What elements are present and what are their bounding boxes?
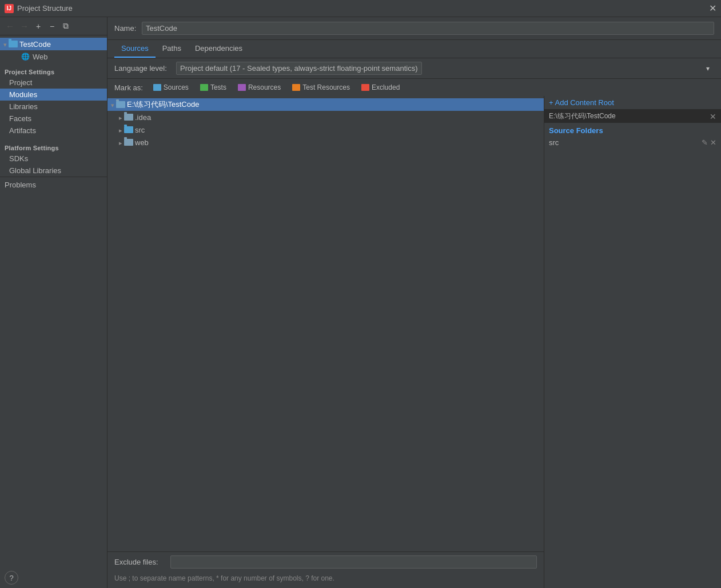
global-libraries-label: Global Libraries: [9, 166, 61, 175]
mark-resources-button[interactable]: Resources: [234, 82, 284, 93]
tab-dependencies[interactable]: Dependencies: [188, 40, 249, 58]
mark-tests-button[interactable]: Tests: [197, 82, 230, 93]
tree-web-row[interactable]: web: [107, 136, 544, 149]
source-folder-item-src: src ✎ ✕: [544, 137, 721, 148]
language-level-label: Language level:: [114, 64, 172, 73]
sidebar-item-problems[interactable]: Problems: [0, 177, 107, 193]
exclude-input[interactable]: [170, 555, 537, 569]
remove-button[interactable]: −: [46, 20, 58, 33]
mark-resources-label: Resources: [248, 83, 281, 91]
nav-toolbar: ← → + − ⧉: [0, 17, 107, 35]
help-area: ?: [0, 567, 107, 588]
mark-tests-label: Tests: [210, 83, 226, 91]
mark-excluded-label: Excluded: [372, 83, 400, 91]
language-level-wrapper: Project default (17 - Sealed types, alwa…: [176, 62, 714, 75]
close-button[interactable]: ✕: [709, 3, 716, 14]
libraries-label: Libraries: [9, 102, 38, 111]
name-input[interactable]: [142, 22, 714, 35]
app-icon: IJ: [5, 4, 14, 13]
sidebar-item-sdks[interactable]: SDKs: [0, 153, 107, 165]
modules-label: Modules: [9, 90, 37, 99]
source-panel: + Add Content Root E:\练习代码\TestCode ✕ So…: [544, 96, 721, 588]
exclude-row: Exclude files:: [107, 551, 544, 572]
source-folder-src-name: src: [549, 138, 559, 147]
sidebar: ← → + − ⧉ TestCode 🌐 Web Project Setting…: [0, 17, 107, 588]
facets-label: Facets: [9, 114, 31, 123]
tree-root-path: E:\练习代码\TestCode: [127, 99, 199, 110]
exclude-label: Exclude files:: [114, 558, 166, 566]
tab-sources[interactable]: Sources: [114, 40, 156, 58]
tree-node-testcode[interactable]: TestCode: [0, 38, 107, 50]
tab-paths-label: Paths: [162, 44, 181, 53]
testcode-folder-icon: [9, 41, 18, 47]
tab-dependencies-label: Dependencies: [195, 44, 242, 53]
source-folder-remove-button[interactable]: ✕: [710, 138, 716, 147]
sidebar-item-global-libraries[interactable]: Global Libraries: [0, 165, 107, 177]
dialog-title: Project Structure: [17, 4, 73, 13]
exclude-section: Exclude files: Use ; to separate name pa…: [107, 551, 544, 588]
module-tree: TestCode 🌐 Web: [0, 35, 107, 65]
mark-excluded-button[interactable]: Excluded: [358, 82, 403, 93]
expand-arrow-testcode[interactable]: [3, 40, 7, 49]
expand-arrow-web[interactable]: [119, 138, 122, 147]
tree-src-row[interactable]: src: [107, 123, 544, 136]
tree-idea-label: .idea: [135, 113, 151, 122]
artifacts-label: Artifacts: [9, 126, 36, 135]
web-folder-icon: [124, 139, 133, 146]
expand-arrow-src[interactable]: [119, 126, 122, 134]
tests-icon: [200, 84, 208, 91]
project-settings-label: Project Settings: [0, 65, 107, 77]
root-folder-icon: [116, 101, 125, 108]
sidebar-item-project[interactable]: Project: [0, 77, 107, 89]
mark-test-resources-label: Test Resources: [302, 83, 350, 91]
title-bar-left: IJ Project Structure: [5, 4, 73, 13]
tab-paths[interactable]: Paths: [156, 40, 188, 58]
tabs-bar: Sources Paths Dependencies: [107, 40, 721, 58]
tree-idea-row[interactable]: .idea: [107, 111, 544, 123]
tree-web-label: web: [135, 138, 149, 147]
tree-node-web-label: Web: [33, 53, 48, 61]
sidebar-item-artifacts[interactable]: Artifacts: [0, 125, 107, 137]
sources-icon: [153, 84, 161, 91]
content-body: E:\练习代码\TestCode .idea src: [107, 96, 721, 588]
main-layout: ← → + − ⧉ TestCode 🌐 Web Project Setting…: [0, 17, 721, 588]
sidebar-item-modules[interactable]: Modules: [0, 89, 107, 101]
source-panel-header: + Add Content Root: [544, 96, 721, 110]
expand-arrow-idea[interactable]: [119, 113, 122, 122]
project-label: Project: [9, 78, 32, 87]
help-button[interactable]: ?: [5, 571, 18, 585]
mark-as-row: Mark as: Sources Tests Resources Test Re…: [107, 79, 721, 96]
file-tree-panel: E:\练习代码\TestCode .idea src: [107, 96, 544, 588]
title-bar: IJ Project Structure ✕: [0, 0, 721, 17]
mark-test-resources-button[interactable]: Test Resources: [289, 82, 353, 93]
src-folder-icon: [124, 126, 133, 133]
tree-node-testcode-label: TestCode: [19, 40, 51, 49]
name-row: Name:: [107, 17, 721, 40]
web-icon: 🌐: [21, 53, 30, 61]
forward-button[interactable]: →: [18, 20, 31, 32]
problems-label: Problems: [5, 181, 36, 189]
expand-arrow-root[interactable]: [111, 101, 114, 109]
tree-node-web[interactable]: 🌐 Web: [0, 50, 107, 63]
source-folder-edit-button[interactable]: ✎: [702, 138, 708, 147]
sdks-label: SDKs: [9, 154, 28, 163]
add-content-root-button[interactable]: + Add Content Root: [549, 98, 614, 107]
sidebar-item-facets[interactable]: Facets: [0, 113, 107, 125]
source-folders-label: Source Folders: [544, 123, 721, 137]
tree-root-row[interactable]: E:\练习代码\TestCode: [107, 98, 544, 111]
language-level-row: Language level: Project default (17 - Se…: [107, 58, 721, 79]
language-level-select[interactable]: Project default (17 - Sealed types, alwa…: [176, 62, 422, 75]
source-panel-path-close[interactable]: ✕: [710, 112, 716, 121]
name-label: Name:: [114, 24, 137, 33]
tab-sources-label: Sources: [121, 44, 149, 53]
add-button[interactable]: +: [32, 20, 45, 33]
resources-icon: [238, 84, 246, 91]
copy-button[interactable]: ⧉: [59, 20, 72, 33]
source-panel-path-row: E:\练习代码\TestCode ✕: [544, 110, 721, 123]
tree-src-label: src: [135, 126, 145, 134]
sidebar-item-libraries[interactable]: Libraries: [0, 101, 107, 113]
test-resources-icon: [292, 84, 300, 91]
mark-sources-button[interactable]: Sources: [150, 82, 192, 93]
back-button[interactable]: ←: [3, 20, 17, 32]
content-area: Name: Sources Paths Dependencies Languag…: [107, 17, 721, 588]
